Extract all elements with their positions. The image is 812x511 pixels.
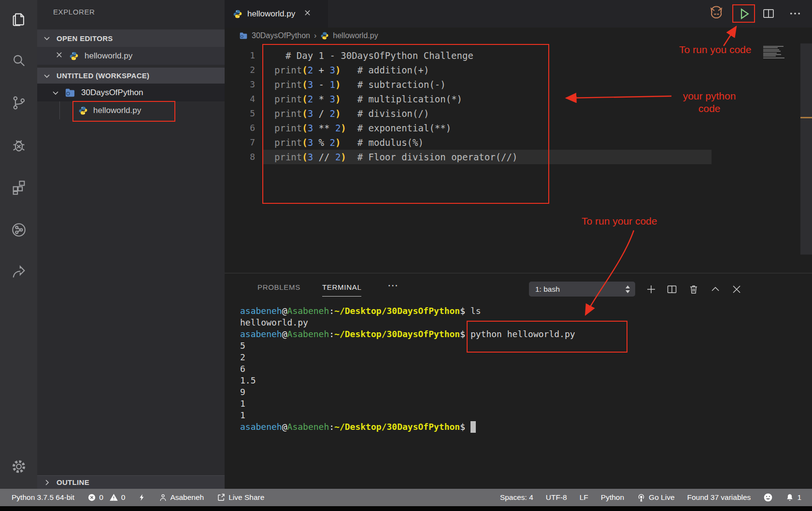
python-version-label: Python 3.7.5 64-bit — [12, 493, 74, 502]
live-share-status[interactable]: Live Share — [217, 493, 264, 502]
debug-icon[interactable] — [9, 136, 28, 155]
python-file-icon — [320, 31, 329, 40]
terminal-line: 9 — [240, 386, 575, 398]
live-share-label: Live Share — [228, 493, 264, 502]
notifications-status[interactable]: 1 — [785, 493, 801, 502]
code-line[interactable]: 6print(3 ** 2) # exponential(**) — [225, 121, 812, 135]
close-icon[interactable] — [304, 9, 311, 18]
variables-status[interactable]: Found 37 variables — [687, 493, 751, 502]
code-line[interactable]: 7print(3 % 2) # modulus(%) — [225, 135, 812, 150]
code-line[interactable]: 3print(3 - 1) # subtraction(-) — [225, 77, 812, 92]
tab-terminal[interactable]: TERMINAL — [322, 283, 361, 297]
terminal-line: 6 — [240, 363, 575, 375]
chevron-down-icon — [43, 72, 51, 80]
kill-terminal-icon[interactable] — [684, 280, 703, 299]
extensions-icon[interactable] — [9, 178, 28, 197]
close-panel-icon[interactable] — [727, 280, 746, 299]
shell-select-value: 1: bash — [535, 285, 560, 294]
python-interpreter-status[interactable]: Python 3.7.5 64-bit — [12, 493, 74, 502]
eol-label: LF — [580, 493, 588, 502]
warning-count: 0 — [121, 493, 126, 502]
code-editor[interactable]: 1 # Day 1 - 30DaysOfPython Challenge2pri… — [225, 48, 812, 164]
error-count: 0 — [99, 493, 103, 502]
activity-bar — [0, 0, 37, 506]
panel-more-icon[interactable]: ⋯ — [387, 279, 398, 292]
go-live-status[interactable]: Go Live — [637, 493, 674, 502]
chevron-down-icon — [43, 34, 51, 42]
spaces-label: Spaces: 4 — [500, 493, 533, 502]
terminal-line: helloworld.py — [240, 317, 575, 328]
cat-icon[interactable] — [707, 4, 726, 23]
chevron-down-icon — [52, 89, 59, 97]
editor-group: helloworld.py 30DaysOfPython › — [225, 0, 812, 273]
code-line[interactable]: 2print(2 + 3) # addition(+) — [225, 63, 812, 77]
settings-gear-icon[interactable] — [9, 457, 28, 476]
code-line[interactable]: 5print(3 / 2) # division(/) — [225, 106, 812, 121]
encoding-status[interactable]: UTF-8 — [546, 493, 567, 502]
open-editors-header[interactable]: OPEN EDITORS — [37, 29, 225, 47]
notification-count: 1 — [797, 493, 801, 502]
split-terminal-icon[interactable] — [662, 280, 682, 299]
language-label: Python — [601, 493, 624, 502]
workspace-header[interactable]: UNTITLED (WORKSPACE) — [37, 68, 225, 84]
vscode-window: EXPLORER OPEN EDITORS helloworld.py UNTI… — [0, 0, 812, 511]
source-control-icon[interactable] — [9, 93, 28, 113]
tab-problems[interactable]: PROBLEMS — [257, 283, 300, 291]
open-editors-label: OPEN EDITORS — [57, 34, 113, 43]
explorer-sidebar: EXPLORER OPEN EDITORS helloworld.py UNTI… — [37, 0, 225, 506]
go-live-label: Go Live — [649, 493, 674, 502]
live-share-export-icon — [217, 493, 226, 502]
code-line[interactable]: 1 # Day 1 - 30DaysOfPython Challenge — [225, 48, 812, 63]
close-icon[interactable] — [56, 51, 63, 61]
shell-select[interactable]: 1: bash — [529, 282, 635, 297]
terminal-line: 1 — [240, 398, 575, 410]
user-status[interactable]: Asabeneh — [159, 493, 204, 502]
lightning-icon[interactable] — [138, 493, 146, 502]
sidebar-title: EXPLORER — [53, 8, 95, 16]
language-status[interactable]: Python — [601, 493, 624, 502]
split-editor-icon[interactable] — [759, 4, 778, 23]
problems-status[interactable]: 0 0 — [87, 493, 125, 502]
outline-label: OUTLINE — [57, 478, 89, 486]
terminal-line: asabeneh@Asabeneh:~/Desktop/30DaysOfPyth… — [240, 328, 575, 340]
tab-strip: helloworld.py — [225, 0, 812, 28]
tab-helloworld[interactable]: helloworld.py — [225, 0, 328, 28]
bell-icon — [785, 493, 794, 502]
eol-status[interactable]: LF — [580, 493, 588, 502]
spaces-status[interactable]: Spaces: 4 — [500, 493, 533, 502]
files-icon[interactable] — [9, 10, 28, 29]
breadcrumb-file[interactable]: helloworld.py — [333, 31, 378, 40]
minimap[interactable] — [763, 46, 785, 59]
search-icon[interactable] — [9, 51, 28, 70]
open-editor-item[interactable]: helloworld.py — [37, 47, 225, 65]
variables-label: Found 37 variables — [687, 493, 751, 502]
terminal-line: 1 — [240, 410, 575, 421]
breadcrumb-folder[interactable]: 30DaysOfPython — [252, 31, 310, 40]
broadcast-icon — [637, 493, 646, 502]
warning-icon — [109, 493, 118, 502]
python-file-icon — [69, 51, 79, 61]
folder-icon — [65, 88, 75, 98]
status-bar: Python 3.7.5 64-bit 0 0 Asabeneh Live Sh… — [0, 489, 812, 506]
more-actions-icon[interactable] — [785, 4, 805, 23]
select-spinner-icon — [625, 285, 630, 294]
maximize-panel-icon[interactable] — [706, 280, 725, 299]
terminal-line: 1.5 — [240, 375, 575, 386]
terminal-panel: PROBLEMS TERMINAL ⋯ 1: bash asabeneh@Asa… — [225, 273, 812, 489]
outline-header[interactable]: OUTLINE — [37, 475, 225, 489]
chevron-right-icon — [43, 479, 51, 486]
run-button[interactable] — [734, 4, 754, 23]
scrollbar[interactable] — [800, 43, 812, 255]
terminal-output[interactable]: asabeneh@Asabeneh:~/Desktop/30DaysOfPyth… — [240, 305, 575, 433]
share-arrow-icon[interactable] — [9, 262, 28, 282]
tree-folder-row[interactable]: 30DaysOfPython — [37, 84, 225, 101]
live-share-icon[interactable] — [9, 220, 28, 240]
code-line[interactable]: 4print(2 * 3) # multiplication(*) — [225, 92, 812, 106]
feedback-smiley-icon[interactable] — [763, 493, 773, 502]
code-line[interactable]: 8print(3 // 2) # Floor division operator… — [225, 150, 812, 164]
tree-file-row[interactable]: helloworld.py — [37, 101, 225, 119]
tree-file-label: helloworld.py — [93, 106, 141, 115]
breadcrumb-separator: › — [314, 31, 316, 40]
terminal-line: 5 — [240, 340, 575, 352]
new-terminal-icon[interactable] — [641, 280, 661, 299]
